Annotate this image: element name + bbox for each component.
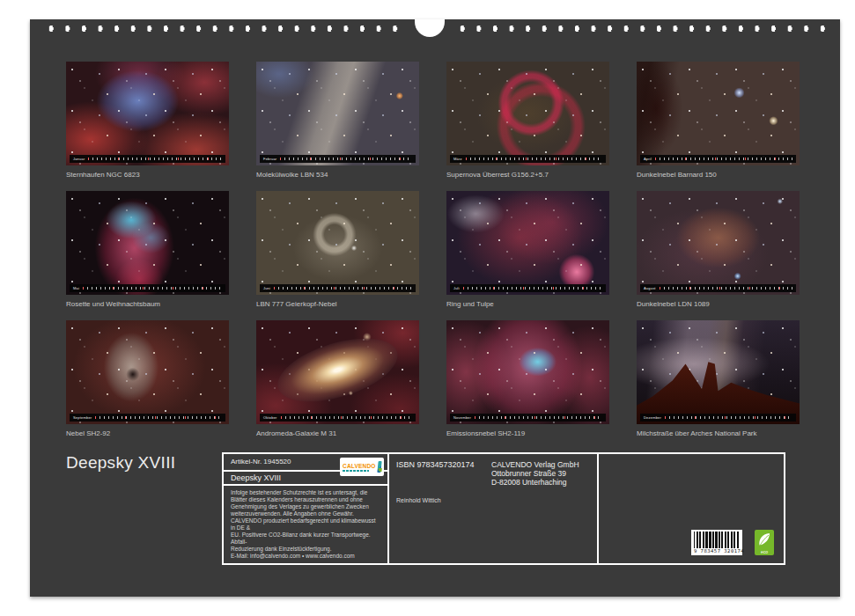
publisher-info-box: Artikel-Nr. 1945520 CALVENDO Deepsky XVI… [222,452,785,565]
thumbnail-caption: Dunkelnebel LDN 1089 [637,300,800,309]
calvendo-logo-icon [377,461,382,473]
mini-day-ticks [665,416,792,419]
thumbnail-caption: Dunkelnebel Barnard 150 [637,171,800,180]
mini-month-label: August [644,287,656,290]
mini-day-ticks [660,287,792,290]
info-middle-column: ISBN 9783457320174 CALVENDO Verlag GmbH … [389,454,599,563]
calvendo-logo-text: CALVENDO [343,463,376,469]
thumbnail-caption: Rosette und Weihnachtsbaum [66,300,229,309]
mini-calendar-strip: März [450,155,606,163]
mini-calendar-strip: Mai [70,284,225,292]
thumbnail-mai: Mai Rosette und Weihnachtsbaum [66,191,229,309]
thumbnail-juli: Juli Ring und Tulpe [446,191,609,309]
thumbnail-dezember: Dezember Milchstraße über Arches Nationa… [637,320,800,438]
thumbnail-caption: LBN 777 Geierkopf-Nebel [256,300,419,309]
mini-calendar-strip: Oktober [260,414,416,422]
thumbnail-photo: September [66,320,229,424]
mini-calendar-strip: Februar [260,155,416,163]
thumbnail-photo: April [637,62,800,165]
thumbnail-januar: Januar Sternhaufen NGC 6823 [66,62,229,180]
mini-day-ticks [83,287,222,290]
thumbnail-oktober: Oktober Andromeda-Galaxie M 31 [256,320,419,438]
product-title: Deepsky XVIII [231,473,281,482]
mini-day-ticks [655,158,792,160]
thumbnail-caption: Nebel SH2-92 [66,429,229,438]
mini-month-label: Juni [263,287,270,290]
thumbnail-juni: Juni LBN 777 Geierkopf-Nebel [256,191,419,309]
thumbnail-maerz: März Supernova Überrest G156.2+5.7 [446,62,609,180]
mini-calendar-strip: August [640,284,796,292]
mini-day-ticks [281,416,412,419]
mini-day-ticks [95,416,222,419]
author-name: Reinhold Wittich [396,497,590,503]
thumbnail-caption: Milchstraße über Arches National Park [637,429,800,438]
mini-day-ticks [475,416,602,419]
month-thumbnail-grid: Januar Sternhaufen NGC 6823 Februar Mole… [66,62,800,438]
mini-calendar-strip: November [450,414,606,422]
info-left-column: Artikel-Nr. 1945520 CALVENDO Deepsky XVI… [224,454,389,563]
mini-month-label: Februar [263,158,276,161]
mini-day-ticks [463,287,602,290]
thumbnail-photo: Dezember [637,320,800,424]
thumbnail-caption: Supernova Überrest G156.2+5.7 [446,171,609,180]
mini-month-label: November [453,416,471,420]
mini-calendar-strip: April [640,155,796,163]
calvendo-logo: CALVENDO [340,458,384,476]
mini-month-label: Oktober [263,416,277,420]
thumbnail-august: August Dunkelnebel LDN 1089 [637,191,800,309]
legal-text: Infolge bestehender Schutzrechte ist es … [231,489,380,560]
mini-month-label: September [73,416,92,420]
mini-month-label: März [453,158,462,161]
isbn-number: ISBN 9783457320174 [396,460,491,487]
binding-holes-right [454,25,833,33]
calendar-back-page: Januar Sternhaufen NGC 6823 Februar Mole… [0,0,855,616]
mini-month-label: April [644,158,652,161]
thumbnail-februar: Februar Molekülwolke LBN 534 [256,62,419,180]
mini-month-label: Januar [73,158,85,161]
thumbnail-november: November Emissionsnebel SH2-119 [446,320,609,438]
thumbnail-photo: März [446,62,609,165]
barcode-number: 9 783457 320174 [694,548,740,554]
thumbnail-caption: Ring und Tulpe [446,300,609,309]
mini-calendar-strip: Januar [70,155,225,163]
mini-day-ticks [280,158,412,160]
info-barcode-column: 9 783457 320174 eco [599,454,784,563]
thumbnail-caption: Molekülwolke LBN 534 [256,171,419,180]
hanger-notch [415,19,445,37]
thumbnail-caption: Sternhaufen NGC 6823 [66,171,229,180]
eco-leaf-icon: eco [755,530,774,555]
mini-calendar-strip: September [70,414,225,422]
mini-calendar-strip: Juni [260,284,416,292]
mini-calendar-strip: Dezember [640,414,796,422]
mini-day-ticks [466,158,602,160]
binding-holes-left [43,25,406,33]
thumbnail-photo: Januar [66,62,229,165]
mini-day-ticks [274,287,412,290]
thumbnail-caption: Andromeda-Galaxie M 31 [256,429,419,438]
article-number: Artikel-Nr. 1945520 [231,458,291,466]
thumbnail-photo: Mai [66,191,229,295]
mini-day-ticks [88,158,222,160]
mini-month-label: Mai [73,287,79,290]
calvendo-logo-tagline [343,470,369,472]
publisher-address: CALVENDO Verlag GmbH Ottobrunner Straße … [491,460,579,487]
barcode-bars [694,532,740,548]
calendar-title: Deepsky XVIII [66,453,175,473]
mini-month-label: Dezember [644,416,661,420]
ean-barcode: 9 783457 320174 [691,530,742,555]
thumbnail-photo: Februar [256,62,419,165]
calendar-sheet: Januar Sternhaufen NGC 6823 Februar Mole… [30,19,840,597]
thumbnail-april: April Dunkelnebel Barnard 150 [637,62,800,180]
thumbnail-september: September Nebel SH2-92 [66,320,229,438]
mini-calendar-strip: Juli [450,284,606,292]
thumbnail-photo: Juni [256,191,419,295]
eco-label-text: eco [761,549,768,554]
legal-text-row: Infolge bestehender Schutzrechte ist es … [224,486,387,563]
thumbnail-caption: Emissionsnebel SH2-119 [446,429,609,438]
thumbnail-photo: Oktober [256,320,419,424]
mini-month-label: Juli [453,287,460,290]
thumbnail-photo: November [446,320,609,424]
thumbnail-photo: Juli [446,191,609,295]
thumbnail-photo: August [637,191,800,295]
article-number-row: Artikel-Nr. 1945520 CALVENDO [224,454,387,472]
